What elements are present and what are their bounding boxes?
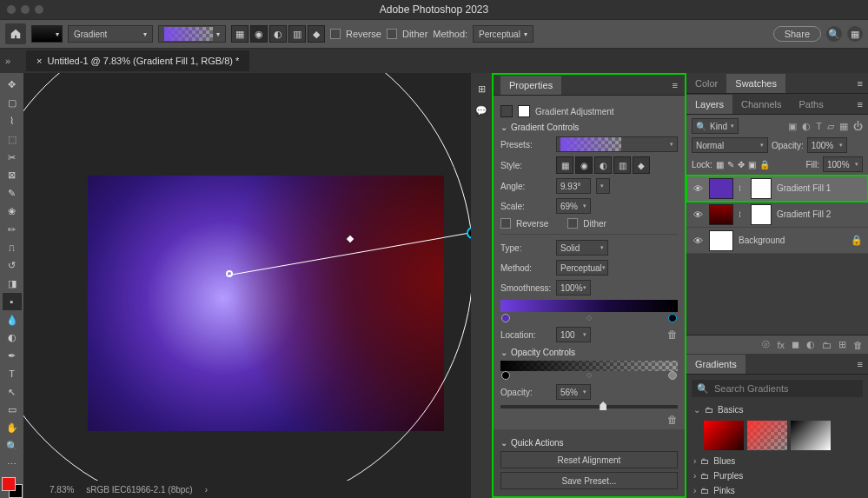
opacity-controls-header[interactable]: Opacity Controls [500,348,678,357]
filter-adjust-icon[interactable]: ◐ [802,121,811,132]
lock-all-icon[interactable]: 🔒 [759,160,770,169]
panel-menu-icon[interactable]: ≡ [673,80,678,90]
visibility-icon[interactable]: 👁 [692,236,704,246]
gradients-tab[interactable]: Gradients [686,355,745,374]
location-input[interactable]: 100▾ [556,327,591,342]
mask-thumb[interactable] [751,178,772,199]
collapsed-icon-2[interactable]: 💬 [475,105,487,116]
properties-tab[interactable]: Properties [500,76,561,95]
angle-style-icon[interactable]: ◐ [269,25,287,43]
opacity-stop-left[interactable] [501,371,510,380]
quick-actions-header[interactable]: Quick Actions [500,438,678,448]
smoothness-input[interactable]: 100%▾ [556,280,591,295]
mask-add-icon[interactable]: ◼ [792,339,799,350]
gradient-swatch[interactable] [704,421,744,450]
style-angle-icon[interactable]: ◐ [594,156,612,174]
panel-menu-icon[interactable]: ≡ [852,359,868,369]
style-reflected-icon[interactable]: ▥ [613,156,631,174]
gradient-swatch[interactable] [747,421,787,450]
layer-row[interactable]: 👁 ⁞ Gradient Fill 2 [686,202,868,228]
crop-tool[interactable]: ✂ [3,149,22,166]
layer-row[interactable]: 👁 Background 🔒 [686,228,868,254]
history-brush-tool[interactable]: ↺ [3,257,22,275]
lock-transparent-icon[interactable]: ▦ [716,160,724,169]
brush-tool[interactable]: ✏ [3,221,22,238]
hand-tool[interactable]: ✋ [3,420,22,437]
lock-artboard-icon[interactable]: ▣ [748,160,756,169]
reflected-style-icon[interactable]: ▥ [288,25,306,43]
prop-dither-checkbox[interactable] [567,218,578,229]
blur-tool[interactable]: 💧 [3,311,22,329]
fx-icon[interactable]: fx [777,340,785,350]
gradient-swatch[interactable] [791,421,831,450]
delete-opacity-stop-icon[interactable]: 🗑 [667,414,678,426]
adjustment-add-icon[interactable]: ◐ [806,339,815,350]
folder-purples[interactable]: 🗀Purples [686,468,868,483]
gradient-picker[interactable]: ▾ [158,25,226,43]
tool-preset-button[interactable]: ▾ [31,25,63,43]
layer-row[interactable]: 👁 ⁞ Gradient Fill 1 [686,176,868,202]
tab-menu-icon[interactable]: » [5,56,10,66]
gradient-search[interactable]: 🔍Search Gradients [692,380,863,397]
mask-thumb[interactable] [751,204,772,225]
filter-smart-icon[interactable]: ▦ [839,121,848,132]
swatches-tab[interactable]: Swatches [726,74,785,93]
layer-opacity-input[interactable]: 100%▾ [807,137,847,153]
color-tab[interactable]: Color [686,74,726,93]
filter-toggle[interactable]: ⏻ [853,121,863,132]
document-tab[interactable]: ×Untitled-1 @ 7.83% (Gradient Fill 1, RG… [26,50,249,71]
lasso-tool[interactable]: ⌇ [3,113,22,130]
eraser-tool[interactable]: ◨ [3,276,22,293]
color-stop-left[interactable] [501,314,510,322]
angle-dropdown[interactable]: ▾ [596,178,610,194]
gradient-tool[interactable]: ▪ [3,293,22,310]
delete-layer-icon[interactable]: 🗑 [853,340,863,350]
layers-tab[interactable]: Layers [686,95,732,114]
search-icon[interactable]: 🔍 [826,26,842,42]
layer-thumb[interactable] [709,204,733,225]
panel-menu-icon[interactable]: ≡ [852,78,868,89]
mask-icon[interactable] [518,105,530,117]
opacity-slider[interactable] [500,405,678,408]
profile-text[interactable]: sRGB IEC61966-2.1 (8bpc) [86,485,192,495]
reverse-checkbox[interactable] [330,29,341,39]
scale-input[interactable]: 69%▾ [556,198,591,214]
radial-style-icon[interactable]: ◉ [250,25,268,43]
gradient-extent-circle[interactable] [23,73,471,498]
filter-type-icon[interactable]: T [816,121,822,132]
panel-menu-icon[interactable]: ≡ [852,99,868,110]
collapsed-icon-1[interactable]: ⊞ [478,83,486,95]
workspace-icon[interactable]: ▦ [847,26,863,42]
object-select-tool[interactable]: ⬚ [3,130,22,148]
filter-kind-dropdown[interactable]: 🔍Kind▾ [692,118,739,134]
heal-tool[interactable]: ❀ [3,203,22,220]
reset-alignment-button[interactable]: Reset Alignment [500,451,678,468]
zoom-tool[interactable]: 🔍 [3,438,22,455]
color-stop-right[interactable] [668,314,677,322]
gradient-start-handle[interactable] [226,270,233,277]
presets-dropdown[interactable]: ▾ [556,136,678,152]
home-button[interactable] [5,23,26,44]
folder-blues[interactable]: 🗀Blues [686,454,868,468]
eyedropper-tool[interactable]: ✎ [3,185,22,203]
pen-tool[interactable]: ✒ [3,348,22,365]
diamond-style-icon[interactable]: ◆ [308,25,325,43]
opacity-strip[interactable] [500,361,678,371]
dither-checkbox[interactable] [387,29,397,39]
fill-input[interactable]: 100%▾ [823,156,863,172]
canvas-area[interactable]: 7.83% sRGB IEC61966-2.1 (8bpc) › [23,73,471,498]
p-method-dropdown[interactable]: Perceptual▾ [556,260,608,276]
layer-thumb[interactable] [709,178,733,199]
color-swatches[interactable] [2,477,23,498]
share-button[interactable]: Share [773,26,821,42]
folder-basics[interactable]: 🗀Basics [686,402,868,417]
filter-pixel-icon[interactable]: ▣ [788,121,797,132]
gradient-strip[interactable] [500,300,678,312]
window-controls[interactable] [7,5,43,14]
gradient-controls-header[interactable]: Gradient Controls [500,123,678,132]
method-dropdown[interactable]: Perceptual▾ [473,25,533,43]
dodge-tool[interactable]: ◐ [3,329,22,347]
path-tool[interactable]: ↖ [3,383,22,401]
group-icon[interactable]: 🗀 [822,340,832,350]
link-layers-icon[interactable]: ⦾ [762,339,770,350]
